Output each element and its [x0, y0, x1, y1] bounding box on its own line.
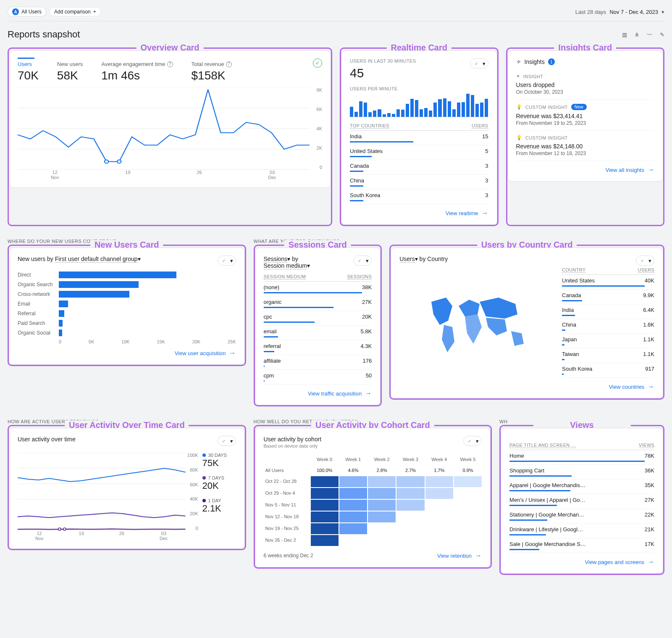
metric-new-users[interactable]: New users58K [57, 58, 83, 82]
table-row[interactable]: India6.4K [562, 304, 654, 319]
insight-item[interactable]: 💡CUSTOM INSIGHTRevenue was $24,148.00Fro… [516, 131, 655, 161]
card-menu[interactable]: ✓▾ [218, 256, 236, 266]
insights-icon[interactable]: 〰 [647, 32, 652, 38]
card-menu[interactable]: ✓▾ [218, 436, 236, 446]
link-label: View traffic acquisition [308, 390, 362, 397]
svg-point-14 [63, 528, 66, 530]
table-row[interactable]: China3 [350, 175, 488, 190]
table-row[interactable]: organic27K [264, 296, 372, 311]
link-label: View all insights [606, 167, 644, 173]
activity-annotation: User Activity Over Time Card User activi… [8, 425, 246, 550]
bar-row: Referral [18, 310, 236, 317]
all-users-chip[interactable]: AAll Users [8, 7, 46, 17]
country-title[interactable]: Users▾ by Country [399, 256, 448, 262]
realtime-card: USERS IN LAST 30 MINUTES 45 ✓▾ USERS PER… [341, 50, 497, 225]
realtime-rows: India15United States5Canada3China3South … [350, 131, 488, 204]
table-row[interactable]: Home78K [509, 450, 654, 465]
table-row[interactable]: Apparel | Google Merchandis…35K [509, 480, 654, 494]
new-users-x-axis: 05K10K15K20K25K [59, 339, 236, 344]
table-row[interactable]: United States5 [350, 145, 488, 160]
chevron-down-icon: ▾ [230, 258, 233, 264]
link-label: View pages and screens [585, 559, 644, 565]
info-icon: ? [167, 61, 173, 67]
table-row[interactable]: United States40K [562, 275, 654, 290]
arrow-right-icon [648, 166, 654, 174]
th-country: TOP COUNTRIES [350, 123, 389, 129]
link-label: View countries [609, 384, 644, 390]
chevron-down-icon: ▾ [366, 258, 369, 264]
customize-icon[interactable]: ▥ [622, 32, 627, 38]
comparison-chips: AAll Users Add comparison+ [8, 7, 101, 17]
spark-bar [480, 103, 483, 117]
table-row[interactable]: Taiwan1.1K [562, 348, 654, 363]
card-menu[interactable]: ✓▾ [463, 436, 482, 446]
spark-bar [438, 99, 441, 117]
spark-bar [457, 103, 460, 117]
metric-total-revenue[interactable]: Total revenue ?$158K [192, 58, 232, 82]
table-row[interactable]: Canada9.9K [562, 290, 654, 304]
check-icon: ✓ [639, 257, 646, 264]
new-users-bar-chart: DirectOrganic SearchCross-networkEmailRe… [18, 272, 236, 336]
metric-users[interactable]: Users70K [18, 58, 39, 82]
view-user-acquisition-link[interactable]: View user acquisition [18, 349, 236, 357]
legend-item: 1 DAY2.1K [202, 498, 236, 514]
new-users-title[interactable]: New users by First user default channel … [18, 256, 141, 262]
view-realtime-link[interactable]: View realtime [350, 209, 488, 217]
cohort-grid: Week 0Week 1Week 2Week 3Week 4Week 5All … [264, 454, 482, 546]
insights-header: ✧ Insights 1 [516, 58, 655, 65]
metric-average-engagement-time[interactable]: Average engagement time ?1m 46s [101, 58, 173, 82]
view-pages-link[interactable]: View pages and screens [509, 558, 654, 566]
table-row[interactable]: Canada3 [350, 160, 488, 175]
title-bar: Reports snapshot ▥ ⋔ 〰 ✎ [8, 29, 664, 40]
table-row[interactable]: affiliate176 [264, 355, 372, 370]
svg-point-6 [117, 160, 121, 163]
table-row[interactable]: referral4.3K [264, 340, 372, 355]
table-row[interactable]: China1.6K [562, 319, 654, 334]
realtime-annotation: Realtime Card USERS IN LAST 30 MINUTES 4… [340, 47, 499, 226]
activity-line-chart [18, 453, 186, 531]
table-row[interactable]: Shopping Cart36K [509, 465, 654, 480]
table-row[interactable]: Drinkware | Lifestyle | Googl…21K [509, 524, 654, 538]
bar-row: Organic Search [18, 281, 236, 288]
overview-chart: 8K6K4K2K0 12Nov192603Dec [18, 87, 322, 180]
table-row[interactable]: Men's / Unisex | Apparel | Go…27K [509, 494, 654, 509]
share-icon[interactable]: ⋔ [635, 32, 639, 38]
table-row[interactable]: India15 [350, 131, 488, 145]
view-all-insights-link[interactable]: View all insights [516, 166, 655, 174]
view-traffic-acquisition-link[interactable]: View traffic acquisition [264, 390, 372, 397]
add-comparison-chip[interactable]: Add comparison+ [50, 7, 101, 16]
table-row[interactable]: Japan1.1K [562, 334, 654, 348]
check-icon: ✓ [356, 257, 363, 264]
card-menu[interactable]: ✓▾ [636, 256, 654, 266]
table-row[interactable]: email5.8K [264, 326, 372, 340]
pencil-icon[interactable]: ✎ [660, 32, 664, 38]
spark-bar [354, 112, 358, 117]
card-menu[interactable]: ✓▾ [470, 58, 488, 69]
top-bar: AAll Users Add comparison+ Last 28 days … [8, 5, 664, 21]
table-row[interactable]: South Korea3 [350, 190, 488, 204]
check-icon[interactable]: ✓ [313, 58, 322, 68]
cohort-annotation: User Activity by Cohort Card User activi… [254, 425, 492, 569]
spark-bar [383, 114, 386, 117]
spark-bar [392, 114, 395, 117]
table-row[interactable]: Sale | Google Merchandise S…17K [509, 538, 654, 553]
table-row[interactable]: cpc20K [264, 311, 372, 326]
card-menu[interactable]: ✓▾ [353, 256, 372, 266]
sessions-title[interactable]: Sessions▾ bySession medium▾ [264, 256, 310, 269]
table-row[interactable]: (none)38K [264, 282, 372, 296]
insight-item[interactable]: 💡CUSTOM INSIGHTNewRevenue was $23,414.41… [516, 100, 655, 131]
realtime-title: USERS IN LAST 30 MINUTES [350, 58, 416, 63]
table-row[interactable]: Stationery | Google Merchan…22K [509, 509, 654, 524]
check-icon: ✓ [220, 257, 227, 264]
view-countries-link[interactable]: View countries [399, 383, 654, 390]
spark-bar [415, 100, 418, 117]
table-row[interactable]: cpm50 [264, 370, 372, 385]
chevron-down-icon: ▾ [648, 258, 651, 264]
table-row[interactable]: South Korea917 [562, 363, 654, 378]
date-range-picker[interactable]: Last 28 days Nov 7 - Dec 4, 2023 ▾ [575, 9, 664, 15]
spark-bar [462, 102, 465, 117]
activity-y-axis: 100K80K60K40K20K0 [186, 453, 198, 531]
arrow-right-icon [365, 390, 372, 397]
view-retention-link[interactable]: View retention [437, 552, 482, 559]
insight-item[interactable]: ✦INSIGHTUsers droppedOn October 30, 2023 [516, 69, 655, 100]
